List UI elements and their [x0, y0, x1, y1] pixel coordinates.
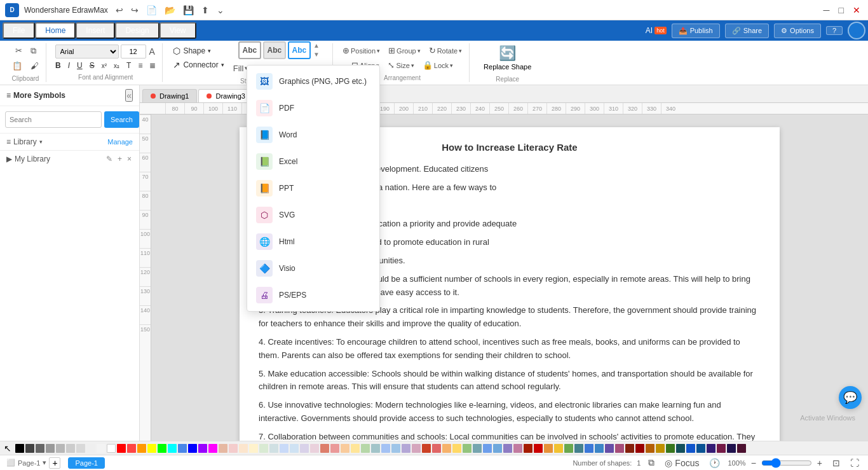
share-button[interactable]: 🔗Share: [725, 24, 769, 38]
color-swatch[interactable]: [442, 444, 451, 453]
color-swatch[interactable]: [432, 444, 441, 453]
tab-drawing1[interactable]: Drawing1: [142, 89, 197, 102]
export-button[interactable]: ⬆: [199, 4, 212, 17]
color-swatch[interactable]: [290, 444, 299, 453]
chatbot-button[interactable]: 💬: [839, 386, 862, 409]
color-swatch[interactable]: [249, 444, 258, 453]
maximize-button[interactable]: □: [836, 4, 846, 17]
export-excel-item[interactable]: 📗 Excel: [247, 148, 379, 175]
format-paint-button[interactable]: 🖌: [27, 59, 42, 73]
color-swatch[interactable]: [198, 444, 207, 453]
color-swatch[interactable]: [56, 444, 65, 453]
italic-button[interactable]: I: [65, 60, 72, 71]
color-swatch[interactable]: [229, 444, 238, 453]
color-swatch[interactable]: [493, 444, 502, 453]
color-swatch[interactable]: [15, 444, 24, 453]
color-swatch[interactable]: [473, 444, 482, 453]
font-family-select[interactable]: Arial: [55, 45, 119, 59]
my-library-label[interactable]: ▶ My Library: [6, 155, 50, 163]
color-swatch[interactable]: [554, 444, 563, 453]
color-swatch[interactable]: [46, 444, 55, 453]
strikethrough-button[interactable]: S: [87, 60, 97, 71]
rotate-button[interactable]: ↻Rotate▾: [426, 44, 465, 57]
expand-button[interactable]: ⛶: [848, 457, 862, 469]
color-swatch[interactable]: [534, 444, 543, 453]
color-swatch[interactable]: [727, 444, 736, 453]
manage-link[interactable]: Manage: [107, 138, 133, 146]
replace-shape-button[interactable]: 🔄 Replace Shape: [476, 43, 539, 73]
color-swatch[interactable]: [269, 444, 278, 453]
help-button[interactable]: ?: [826, 26, 843, 35]
layers-button[interactable]: ⧉: [646, 456, 657, 469]
color-swatch[interactable]: [635, 444, 644, 453]
color-swatch[interactable]: [717, 444, 726, 453]
list-button[interactable]: ≣: [147, 60, 158, 71]
group-button[interactable]: ⊞Group▾: [385, 44, 424, 57]
color-swatch[interactable]: [117, 444, 126, 453]
focus-button[interactable]: ◎ Focus: [662, 457, 702, 469]
position-button[interactable]: ⊕Position▾: [339, 44, 383, 57]
undo-button[interactable]: ↩: [113, 4, 126, 17]
color-swatch[interactable]: [320, 444, 329, 453]
color-swatch[interactable]: [76, 444, 85, 453]
color-swatch[interactable]: [36, 444, 44, 453]
grow-font-button[interactable]: A: [148, 45, 156, 58]
color-swatch[interactable]: [646, 444, 654, 453]
color-picker-icon[interactable]: ↖: [4, 443, 11, 453]
color-swatch[interactable]: [595, 444, 604, 453]
search-button[interactable]: Search: [104, 111, 139, 128]
color-swatch[interactable]: [524, 444, 532, 453]
superscript-button[interactable]: x²: [99, 61, 109, 71]
my-library-close-button[interactable]: ×: [126, 153, 133, 165]
menu-insert[interactable]: Insert: [76, 22, 115, 39]
style-abc-3[interactable]: Abc: [288, 41, 311, 59]
tab-drawing3[interactable]: Drawing3: [198, 89, 253, 102]
avatar[interactable]: 👤: [848, 22, 865, 39]
size-button[interactable]: ⤡Size▾: [384, 59, 417, 72]
cut-button[interactable]: ✂: [12, 44, 25, 57]
ai-button[interactable]: AI hot: [646, 26, 667, 35]
my-library-add-button[interactable]: +: [116, 153, 123, 165]
color-swatch[interactable]: [137, 444, 146, 453]
bold-button[interactable]: B: [53, 60, 64, 71]
export-ppt-item[interactable]: 📙 PPT: [247, 175, 379, 202]
color-swatch[interactable]: [585, 444, 593, 453]
export-word-item[interactable]: 📘 Word: [247, 121, 379, 148]
color-swatch[interactable]: [564, 444, 573, 453]
color-swatch[interactable]: [452, 444, 461, 453]
color-swatch[interactable]: [107, 444, 116, 453]
color-swatch[interactable]: [25, 444, 34, 453]
color-swatch[interactable]: [97, 444, 105, 453]
color-swatch[interactable]: [310, 444, 319, 453]
color-swatch[interactable]: [412, 444, 421, 453]
color-swatch[interactable]: [371, 444, 380, 453]
color-swatch[interactable]: [422, 444, 431, 453]
color-swatch[interactable]: [147, 444, 156, 453]
color-swatch[interactable]: [676, 444, 685, 453]
export-html-item[interactable]: 🌐 Html: [247, 228, 379, 255]
color-swatch[interactable]: [463, 444, 471, 453]
publish-button[interactable]: 📤Publish: [672, 24, 720, 38]
color-swatch[interactable]: [666, 444, 675, 453]
color-swatch[interactable]: [168, 444, 177, 453]
clock-button[interactable]: 🕐: [707, 457, 722, 469]
color-swatch[interactable]: [686, 444, 695, 453]
fit-button[interactable]: ⊡: [830, 457, 843, 469]
export-visio-item[interactable]: 🔷 Visio: [247, 255, 379, 282]
color-swatch[interactable]: [280, 444, 288, 453]
export-svg-item[interactable]: ⬡ SVG: [247, 202, 379, 228]
style-scroll-down[interactable]: ▼: [313, 50, 320, 59]
color-swatch[interactable]: [696, 444, 705, 453]
color-swatch[interactable]: [351, 444, 360, 453]
lock-button[interactable]: 🔒Lock▾: [419, 59, 456, 72]
color-swatch[interactable]: [707, 444, 715, 453]
color-swatch[interactable]: [330, 444, 339, 453]
connector-button[interactable]: ↗ Connector ▾: [169, 59, 227, 71]
minimize-button[interactable]: ─: [821, 4, 832, 17]
export-png-item[interactable]: 🖼 Graphics (PNG, JPG etc.): [247, 68, 379, 95]
paragraph-button[interactable]: ≡: [135, 60, 145, 71]
page-add-button[interactable]: +: [49, 457, 60, 469]
color-swatch[interactable]: [381, 444, 390, 453]
style-abc-2[interactable]: Abc: [263, 41, 286, 59]
copy-button[interactable]: ⧉: [27, 44, 39, 58]
